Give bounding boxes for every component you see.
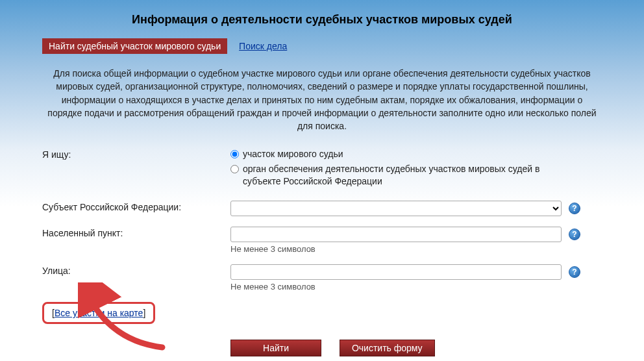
help-icon[interactable]: ?: [569, 229, 580, 240]
label-subject: Субъект Российской Федерации:: [42, 201, 230, 212]
label-street: Улица:: [42, 264, 230, 276]
input-locality[interactable]: [230, 227, 562, 242]
description-text: Для поиска общей информации о судебном у…: [42, 67, 602, 132]
select-subject[interactable]: [230, 201, 562, 216]
row-search-type: Я ищу: участок мирового судьи орган обес…: [42, 148, 602, 190]
row-subject: Субъект Российской Федерации: ?: [42, 201, 602, 216]
bracket-close: ]: [143, 308, 145, 318]
radio-court-area-label[interactable]: участок мирового судьи: [243, 148, 343, 160]
radio-support-body[interactable]: [230, 165, 239, 173]
help-icon[interactable]: ?: [569, 266, 580, 278]
find-button[interactable]: Найти: [230, 340, 321, 356]
tab-find-court[interactable]: Найти судебный участок мирового судьи: [42, 38, 227, 54]
tabs-row: Найти судебный участок мирового судьи По…: [42, 38, 602, 54]
radio-support-body-label[interactable]: орган обеспечения деятельности судебных …: [243, 163, 562, 188]
row-street: Улица: Не менее 3 символов ?: [42, 264, 602, 292]
map-link-container: [Все участки на карте]: [42, 302, 155, 324]
tab-search-case[interactable]: Поиск дела: [239, 41, 287, 51]
clear-button[interactable]: Очистить форму: [340, 340, 435, 356]
hint-locality: Не менее 3 символов: [230, 244, 562, 254]
help-icon[interactable]: ?: [569, 203, 580, 214]
highlight-box: [Все участки на карте]: [42, 302, 155, 324]
label-locality: Населенный пункт:: [42, 227, 230, 238]
map-all-areas-link[interactable]: Все участки на карте: [55, 308, 143, 318]
label-search-type: Я ищу:: [42, 148, 230, 160]
input-street[interactable]: [230, 264, 562, 280]
row-locality: Населенный пункт: Не менее 3 символов ?: [42, 227, 602, 254]
buttons-row: Найти Очистить форму: [230, 340, 602, 356]
hint-street: Не менее 3 символов: [230, 282, 562, 292]
page-title: Информация о деятельности судебных участ…: [42, 13, 602, 27]
radio-court-area[interactable]: [230, 150, 239, 158]
